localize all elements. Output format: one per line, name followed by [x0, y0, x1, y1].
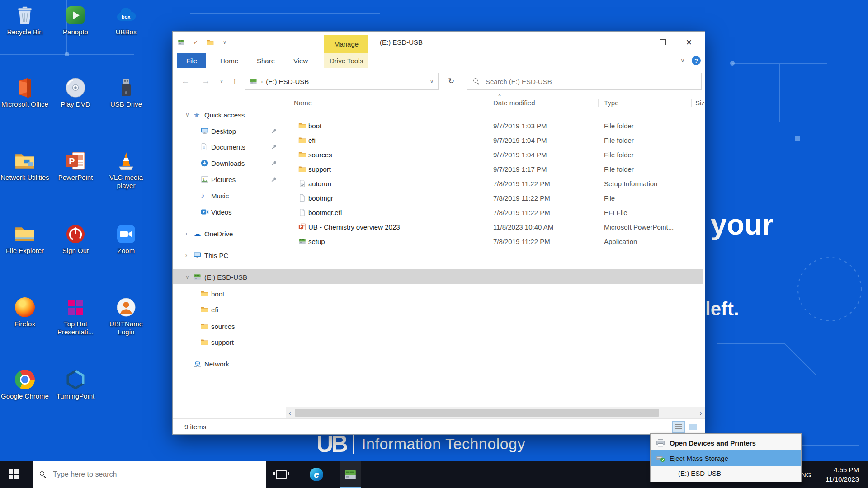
column-header-name[interactable]: Name	[294, 94, 312, 111]
file-row[interactable]: bootmgr 7/8/2019 11:22 PM File	[286, 191, 705, 205]
desktop-icon-firefox[interactable]: Firefox	[0, 296, 50, 328]
details-view-icon	[675, 424, 682, 430]
desktop-icon-usb-drive[interactable]: USB Drive	[101, 77, 151, 108]
column-header-size[interactable]: Size	[695, 94, 705, 111]
desktop-icon-google-chrome[interactable]: Google Chrome	[0, 369, 50, 400]
chevron-right-icon[interactable]: ›	[185, 252, 187, 258]
file-icon	[298, 209, 306, 216]
file-row[interactable]: efi 9/7/2019 1:04 PM File folder	[286, 133, 705, 147]
help-icon[interactable]: ?	[692, 56, 701, 65]
drive-icon[interactable]	[177, 38, 185, 47]
column-divider[interactable]	[598, 99, 599, 107]
file-row[interactable]: bootmgr.efi 7/8/2019 11:22 PM EFI File	[286, 205, 705, 220]
desktop-icon-ubbox[interactable]: box UBBox	[101, 5, 151, 36]
scrollbar-thumb[interactable]	[295, 409, 659, 417]
column-divider[interactable]	[691, 99, 692, 107]
chevron-right-icon[interactable]: ›	[185, 230, 187, 237]
dvd-disc-icon	[65, 77, 86, 99]
details-view-button[interactable]	[672, 421, 685, 433]
desktop-icon-sign-out[interactable]: Sign Out	[51, 223, 100, 255]
taskbar-search-box[interactable]	[33, 461, 266, 488]
taskbar-search-input[interactable]	[52, 470, 266, 479]
desktop-icon-ubitname-login[interactable]: UBITName Login	[101, 296, 151, 336]
desktop-icon-recycle-bin[interactable]: Recycle Bin	[0, 5, 50, 36]
tray-clock[interactable]: 4:55 PM 11/10/2023	[826, 465, 859, 484]
desktop-icon-network-utilities[interactable]: Network Utilities	[0, 150, 50, 182]
eject-hardware-icon	[656, 454, 665, 462]
wallpaper-text-your: your	[711, 208, 774, 241]
search-box[interactable]	[467, 73, 702, 90]
back-button[interactable]: ←	[178, 68, 193, 94]
eject-menu: Open Devices and Printers Eject Mass Sto…	[650, 433, 802, 482]
minimize-ribbon-icon[interactable]: ∨	[676, 53, 689, 68]
desktop-icon-microsoft-office[interactable]: Microsoft Office	[0, 77, 50, 108]
task-view-button[interactable]	[270, 461, 292, 488]
start-button[interactable]	[0, 461, 27, 488]
tab-file[interactable]: File	[177, 53, 206, 68]
sidebar-item-boot[interactable]: boot	[173, 286, 703, 301]
scroll-right-icon[interactable]: ›	[697, 407, 705, 418]
vlc-cone-icon	[115, 150, 137, 172]
file-row[interactable]: support 9/7/2019 1:17 PM File folder	[286, 162, 705, 176]
refresh-button[interactable]: ↻	[444, 73, 458, 89]
sidebar-item-esd-usb[interactable]: ∨ (E:) ESD-USB	[173, 269, 703, 284]
close-button[interactable]: ×	[676, 32, 702, 53]
file-row[interactable]: setup 7/8/2019 11:22 PM Application	[286, 234, 705, 249]
desktop-icon-turningpoint[interactable]: TurningPoint	[51, 369, 100, 400]
address-dropdown-icon[interactable]: ∨	[430, 79, 434, 84]
file-type: File	[604, 194, 615, 202]
checkmark-icon[interactable]: ✓	[192, 38, 200, 47]
column-divider[interactable]	[486, 99, 486, 107]
sidebar-item-efi[interactable]: efi	[173, 302, 703, 317]
usb-drive-icon	[344, 469, 357, 480]
scroll-left-icon[interactable]: ‹	[286, 407, 294, 418]
menu-item-esd-usb[interactable]: - (E:) ESD-USB	[651, 466, 801, 480]
column-header-date-modified[interactable]: Date modified	[493, 94, 535, 111]
file-row[interactable]: boot 9/7/2019 1:03 PM File folder	[286, 118, 705, 133]
desktop-icon-vlc[interactable]: VLC media player	[101, 150, 151, 189]
desktop-icon-play-dvd[interactable]: Play DVD	[51, 77, 100, 108]
sidebar-item-this-pc[interactable]: › This PC	[173, 248, 703, 263]
breadcrumb-chevron-icon[interactable]: ›	[261, 78, 263, 85]
sidebar-item-network[interactable]: Network	[173, 356, 703, 371]
edge-browser-button[interactable]: e	[306, 461, 327, 488]
column-header-type[interactable]: Type	[604, 94, 619, 111]
desktop-icon-panopto[interactable]: Panopto	[51, 5, 100, 36]
desktop-icon-top-hat[interactable]: Top Hat Presentati...	[51, 296, 100, 336]
file-type: Microsoft PowerPoint...	[604, 223, 674, 231]
tab-home[interactable]: Home	[215, 53, 243, 68]
tab-share[interactable]: Share	[250, 53, 281, 68]
tab-drive-tools[interactable]: Drive Tools	[324, 53, 368, 68]
folder-icon[interactable]	[206, 38, 214, 47]
maximize-button[interactable]	[650, 32, 676, 53]
sidebar-item-label: sources	[211, 322, 235, 330]
desktop-icon-zoom[interactable]: Zoom	[101, 223, 151, 255]
file-name: boot	[308, 122, 321, 130]
chevron-down-icon[interactable]: ∨	[185, 274, 189, 280]
file-row[interactable]: autorun 7/8/2019 11:22 PM Setup Informat…	[286, 176, 705, 191]
file-date: 11/8/2023 10:40 AM	[493, 223, 553, 231]
horizontal-scrollbar[interactable]: ‹ ›	[286, 407, 705, 418]
search-input[interactable]	[485, 77, 701, 86]
desktop-icon-file-explorer[interactable]: File Explorer	[0, 223, 50, 255]
menu-item-eject-mass-storage[interactable]: Eject Mass Storage	[651, 450, 801, 466]
sidebar-item-sources[interactable]: sources	[173, 319, 703, 333]
sidebar-item-support[interactable]: support	[173, 334, 703, 349]
tab-view[interactable]: View	[287, 53, 315, 68]
file-row[interactable]: UB - Chemistry overview 2023 11/8/2023 1…	[286, 220, 705, 234]
minimize-button[interactable]	[623, 32, 650, 53]
chevron-down-icon[interactable]: ∨	[185, 112, 189, 118]
up-button[interactable]: ↑	[227, 68, 242, 94]
forward-button[interactable]: →	[198, 68, 213, 94]
file-explorer-taskbar-button[interactable]	[340, 461, 361, 488]
breadcrumb[interactable]: (E:) ESD-USB	[266, 78, 309, 85]
file-row[interactable]: sources 9/7/2019 1:04 PM File folder	[286, 147, 705, 162]
desktop-icon-powerpoint[interactable]: P PowerPoint	[51, 150, 100, 182]
title-bar[interactable]: ✓ ∨ Manage (E:) ESD-USB ×	[173, 32, 705, 53]
customize-toolbar-dropdown-icon[interactable]: ∨	[221, 38, 229, 47]
recent-locations-dropdown-icon[interactable]: ∨	[217, 68, 226, 94]
address-box[interactable]: › (E:) ESD-USB ∨	[245, 73, 439, 90]
menu-item-open-devices-and-printers[interactable]: Open Devices and Printers	[651, 435, 801, 450]
thumbnail-view-button[interactable]	[687, 421, 699, 433]
explorer-main: ∨ ★ Quick access Desktop Documents Downl…	[173, 94, 705, 407]
